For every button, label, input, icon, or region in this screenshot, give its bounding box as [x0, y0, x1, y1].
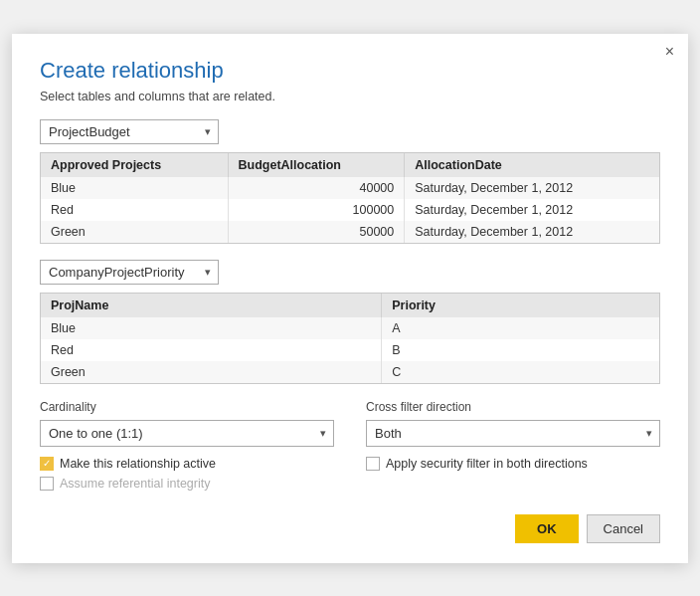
table1-dropdown-wrapper: ProjectBudget ▾ — [40, 119, 219, 144]
table1-cell: Saturday, December 1, 2012 — [405, 221, 659, 243]
cardinality-dropdown[interactable]: One to one (1:1) — [40, 420, 334, 447]
create-relationship-dialog: × Create relationship Select tables and … — [12, 34, 688, 563]
assume-integrity-row: Assume referential integrity — [40, 477, 334, 491]
assume-integrity-checkbox — [40, 477, 54, 491]
table2-header-row: ProjName Priority — [41, 294, 659, 317]
cross-filter-dropdown[interactable]: Both — [366, 420, 660, 447]
ok-button[interactable]: OK — [515, 514, 579, 543]
table2-col-header-1: Priority — [382, 294, 659, 317]
table1-cell: Saturday, December 1, 2012 — [405, 199, 659, 221]
cross-filter-section: Cross filter direction Both ▾ Apply secu… — [366, 400, 660, 497]
bottom-section: Cardinality One to one (1:1) ▾ ✓ Make th… — [40, 400, 660, 497]
table-row: Blue 40000 Saturday, December 1, 2012 — [41, 177, 659, 199]
table1-col-header-0: Approved Projects — [41, 153, 228, 177]
table1-col-header-1: BudgetAllocation — [228, 153, 405, 177]
dialog-subtitle: Select tables and columns that are relat… — [40, 90, 660, 103]
dialog-footer: OK Cancel — [40, 514, 660, 543]
table2-cell: B — [382, 339, 659, 361]
make-active-label: Make this relationship active — [60, 457, 216, 471]
table2-cell: C — [382, 361, 659, 383]
table-row: Red B — [41, 339, 659, 361]
table2-dropdown-wrapper: CompanyProjectPriority ▾ — [40, 260, 219, 285]
table1-cell: 100000 — [228, 199, 405, 221]
table1-cell: Red — [41, 199, 228, 221]
table2-col-header-0: ProjName — [41, 294, 382, 317]
cross-filter-dropdown-wrapper: Both ▾ — [366, 420, 660, 447]
cross-filter-label: Cross filter direction — [366, 400, 660, 414]
close-button[interactable]: × — [665, 44, 674, 60]
table1-col-header-2: AllocationDate — [405, 153, 659, 177]
cancel-button[interactable]: Cancel — [587, 514, 660, 543]
table1-header-row: Approved Projects BudgetAllocation Alloc… — [41, 153, 659, 177]
apply-security-label: Apply security filter in both directions — [386, 457, 588, 471]
table1-container: Approved Projects BudgetAllocation Alloc… — [40, 152, 660, 244]
table2-container: ProjName Priority Blue A Red B Green C — [40, 293, 660, 384]
table1-cell: Green — [41, 221, 228, 243]
table1-cell: Blue — [41, 177, 228, 199]
table2-dropdown[interactable]: CompanyProjectPriority — [40, 260, 219, 285]
table2-cell: Red — [41, 339, 382, 361]
table1-cell: 40000 — [228, 177, 405, 199]
table-row: Red 100000 Saturday, December 1, 2012 — [41, 199, 659, 221]
table1-cell: Saturday, December 1, 2012 — [405, 177, 659, 199]
apply-security-row[interactable]: Apply security filter in both directions — [366, 457, 660, 471]
table-row: Green C — [41, 361, 659, 383]
table2: ProjName Priority Blue A Red B Green C — [41, 294, 659, 383]
table1-cell: 50000 — [228, 221, 405, 243]
table2-cell: Green — [41, 361, 382, 383]
make-active-row[interactable]: ✓ Make this relationship active — [40, 457, 334, 471]
cardinality-dropdown-wrapper: One to one (1:1) ▾ — [40, 420, 334, 447]
table2-cell: Blue — [41, 317, 382, 339]
table1: Approved Projects BudgetAllocation Alloc… — [41, 153, 659, 243]
table1-dropdown[interactable]: ProjectBudget — [40, 119, 219, 144]
table-row: Blue A — [41, 317, 659, 339]
table2-cell: A — [382, 317, 659, 339]
cardinality-section: Cardinality One to one (1:1) ▾ ✓ Make th… — [40, 400, 334, 497]
dialog-title: Create relationship — [40, 58, 660, 84]
table-row: Green 50000 Saturday, December 1, 2012 — [41, 221, 659, 243]
make-active-checkbox[interactable]: ✓ — [40, 457, 54, 471]
apply-security-checkbox[interactable] — [366, 457, 380, 471]
assume-integrity-label: Assume referential integrity — [60, 477, 210, 491]
cardinality-label: Cardinality — [40, 400, 334, 414]
